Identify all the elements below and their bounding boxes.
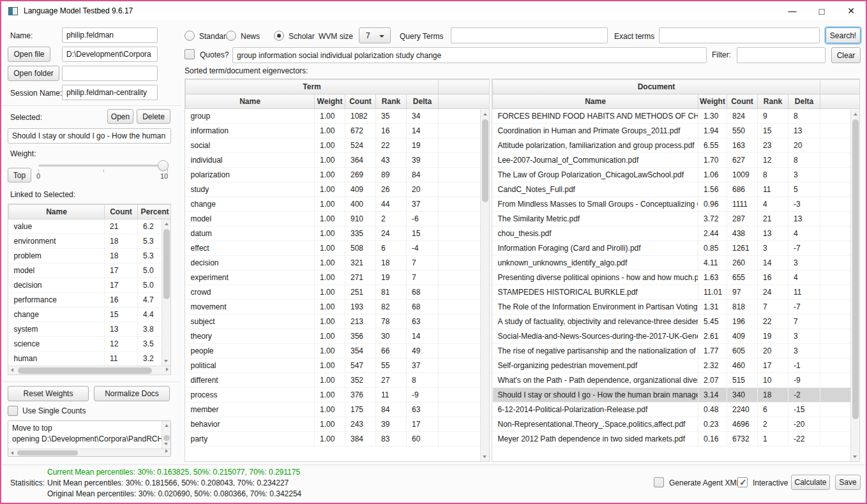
table-cell[interactable]: 3 (788, 168, 820, 182)
generate-agent-xml-checkbox[interactable] (654, 477, 664, 487)
scroll-down-icon[interactable] (480, 452, 489, 461)
table-cell[interactable]: 352 (345, 373, 376, 388)
radio-standard[interactable] (185, 31, 195, 41)
exact-terms-input[interactable] (659, 27, 820, 43)
table-cell[interactable]: 24 (758, 285, 788, 300)
table-cell[interactable]: different (186, 373, 315, 388)
column-header-count[interactable]: Count (727, 94, 758, 109)
table-cell[interactable]: 13 (105, 322, 138, 337)
save-button[interactable]: Save (835, 475, 861, 490)
table-cell[interactable]: 34 (407, 109, 439, 124)
scrollbar-thumb[interactable] (163, 229, 170, 299)
table-cell[interactable]: 12 (758, 153, 788, 168)
table-cell[interactable]: Should I stay or should I go - How the h… (493, 388, 698, 403)
table-cell[interactable]: 1.00 (315, 373, 345, 388)
scroll-down-icon[interactable] (850, 452, 859, 461)
search-button[interactable]: Search! (826, 27, 861, 43)
table-cell[interactable]: 3 (788, 256, 820, 271)
table-row[interactable]: study1.004092620 (186, 182, 490, 197)
table-row[interactable]: party1.003848360 (186, 432, 490, 447)
table-cell[interactable]: -3 (788, 197, 820, 212)
table-cell[interactable]: 6 (376, 241, 407, 256)
table-cell[interactable]: 1.00 (315, 285, 345, 300)
top-button[interactable]: Top (8, 168, 31, 182)
table-cell[interactable]: 4 (758, 197, 788, 212)
table-cell[interactable]: datum (186, 226, 315, 241)
table-cell[interactable]: 508 (345, 241, 376, 256)
table-cell[interactable]: 18 (376, 256, 407, 271)
table-cell[interactable]: 1.70 (698, 153, 727, 168)
table-cell[interactable]: 8 (788, 109, 820, 124)
scrollbar-thumb[interactable] (852, 119, 859, 419)
vertical-scrollbar[interactable] (162, 421, 170, 448)
table-row[interactable]: social1.005242219 (186, 138, 490, 153)
document-group-header[interactable]: Document (493, 80, 820, 94)
table-cell[interactable]: 3 (758, 241, 788, 256)
table-cell[interactable]: 19 (407, 138, 439, 153)
table-cell[interactable]: performance (9, 293, 105, 308)
table-cell[interactable]: 39 (407, 153, 439, 168)
table-cell[interactable]: 260 (727, 256, 758, 271)
open-selected-button[interactable]: Open (107, 109, 133, 124)
table-cell[interactable]: 37 (407, 197, 439, 212)
table-cell[interactable]: 438 (727, 226, 758, 241)
table-cell[interactable]: 60 (407, 432, 439, 447)
table-row[interactable]: group1.0010823534 (186, 109, 490, 124)
table-cell[interactable]: 1.00 (315, 153, 345, 168)
scroll-down-icon[interactable] (162, 357, 170, 366)
table-cell[interactable]: chou_thesis.pdf (493, 226, 698, 241)
table-cell[interactable]: decision (9, 278, 105, 293)
table-cell[interactable]: 4 (788, 271, 820, 285)
table-cell[interactable]: 18 (105, 234, 138, 249)
table-cell[interactable]: 16 (105, 293, 138, 308)
table-cell[interactable]: 44 (376, 197, 407, 212)
table-row[interactable]: environment185.3 (9, 234, 172, 249)
table-cell[interactable]: 910 (345, 212, 376, 226)
column-header-delta[interactable]: Delta (407, 94, 439, 109)
table-row[interactable]: effect1.005086-4 (186, 241, 490, 256)
table-cell[interactable]: 2 (376, 212, 407, 226)
table-cell[interactable]: -9 (788, 373, 820, 388)
table-cell[interactable]: 18 (758, 388, 788, 403)
table-cell[interactable]: 1.00 (315, 182, 345, 197)
table-cell[interactable]: 1261 (727, 241, 758, 256)
table-cell[interactable]: 18 (105, 249, 138, 263)
interactive-checkbox[interactable] (737, 477, 748, 487)
table-cell[interactable]: 672 (345, 124, 376, 138)
table-cell[interactable]: 84 (376, 403, 407, 417)
table-cell[interactable]: problem (9, 249, 105, 263)
table-row[interactable]: 6-12-2014-Political-Polarization-Release… (493, 403, 861, 417)
table-cell[interactable]: Non-Representational.Theory_.Space,polit… (493, 417, 698, 432)
table-row[interactable]: science123.5 (9, 337, 172, 352)
table-row[interactable]: decision175.0 (9, 278, 172, 293)
clear-button[interactable]: Clear (831, 47, 861, 63)
table-cell[interactable]: 55 (376, 359, 407, 373)
table-row[interactable]: Attitude polarization, familiarization a… (493, 138, 861, 153)
table-row[interactable]: Lee-2007-Journal_of_Communication.pdf1.7… (493, 153, 861, 168)
term-group-header[interactable]: Term (186, 80, 439, 94)
table-cell[interactable]: 23 (758, 138, 788, 153)
table-cell[interactable]: science (9, 337, 105, 352)
table-cell[interactable]: 22 (376, 138, 407, 153)
table-cell[interactable]: 460 (727, 359, 758, 373)
table-cell[interactable]: 364 (345, 153, 376, 168)
table-cell[interactable]: Presenting diverse political opinions - … (493, 271, 698, 285)
table-cell[interactable]: 4 (788, 226, 820, 241)
table-cell[interactable]: The Similarity Metric.pdf (493, 212, 698, 226)
table-cell[interactable]: 196 (727, 315, 758, 329)
table-row[interactable]: people1.003546649 (186, 344, 490, 359)
table-cell[interactable]: environment (9, 234, 105, 249)
table-cell[interactable]: 605 (727, 344, 758, 359)
table-row[interactable]: STAMPEDES HISTORICAL BURKLE.pdf11.019724… (493, 285, 861, 300)
table-row[interactable]: value216.2 (9, 219, 172, 234)
table-cell[interactable]: 3.72 (698, 212, 727, 226)
table-cell[interactable]: party (186, 432, 315, 447)
table-cell[interactable]: 14 (407, 329, 439, 344)
use-single-counts-checkbox[interactable] (8, 406, 18, 416)
table-cell[interactable]: individual (186, 153, 315, 168)
table-cell[interactable]: 163 (727, 138, 758, 153)
table-cell[interactable]: 1.00 (315, 212, 345, 226)
table-cell[interactable]: 1.00 (315, 417, 345, 432)
table-row[interactable]: Information Foraging (Card and Pirolli).… (493, 241, 861, 256)
table-cell[interactable]: 0.23 (698, 417, 727, 432)
